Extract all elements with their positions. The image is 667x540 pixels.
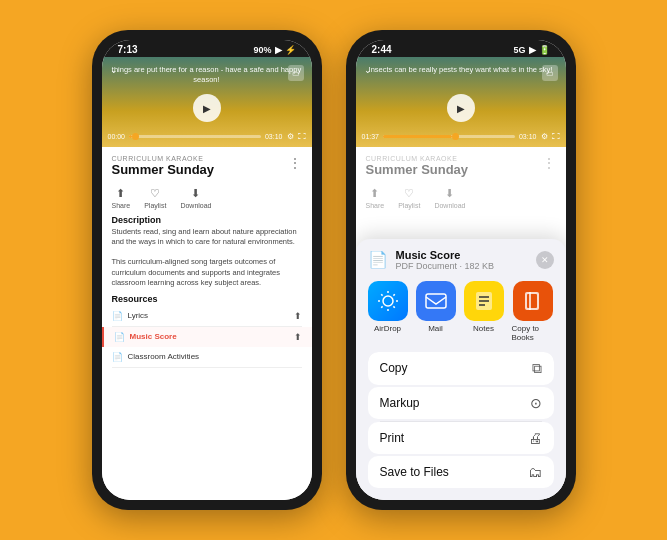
svg-rect-4 (527, 294, 537, 308)
description-text: Students read, sing and learn about natu… (112, 227, 302, 288)
share-label-right: Share (366, 202, 385, 209)
share-app-airdrop[interactable]: AirDrop (368, 281, 408, 342)
notes-label: Notes (473, 324, 494, 333)
ctrl-icons-left: ⚙ ⛶ (287, 132, 306, 141)
markup-action[interactable]: Markup ⊙ (368, 387, 554, 419)
share-app-books[interactable]: Copy to Books (512, 281, 554, 342)
books-icon (513, 281, 553, 321)
download-action-right[interactable]: ⬇ Download (434, 187, 465, 209)
print-label: Print (380, 431, 405, 445)
playlist-action-left[interactable]: ♡ Playlist (144, 187, 166, 209)
share-actions-group: Copy ⧉ Markup ⊙ Print 🖨 Save to Files 🗂 (368, 352, 554, 491)
share-sheet-header: 📄 Music Score PDF Document · 182 KB ✕ (368, 249, 554, 271)
playlist-label-right: Playlist (398, 202, 420, 209)
share-app-mail[interactable]: Mail (416, 281, 456, 342)
time-elapsed-left: 00:00 (108, 133, 126, 140)
content-area-left: CURRICULUM KARAOKE Summer Sunday ⋮ ⬆ Sha… (102, 147, 312, 500)
airdrop-label: AirDrop (374, 324, 401, 333)
share-action-right[interactable]: ⬆ Share (366, 187, 385, 209)
song-title-right: Summer Sunday (366, 162, 469, 177)
action-row-right: ⬆ Share ♡ Playlist ⬇ Download (366, 187, 556, 209)
status-bar-left: 7:13 90% ▶ ⚡ (102, 40, 312, 57)
video-area-left: ⌄ things are put there for a reason - ha… (102, 57, 312, 147)
progress-bar-left[interactable] (129, 135, 261, 138)
share-icon-left: ⬆ (116, 187, 125, 200)
content-header-left: CURRICULUM KARAOKE Summer Sunday ⋮ (112, 155, 302, 183)
status-icons-right: 5G ▶ 🔋 (513, 45, 549, 55)
video-controls-left: 00:00 03:10 ⚙ ⛶ (108, 132, 306, 141)
lyrics-label: Lyrics (128, 311, 149, 320)
resources-section: Resources 📄 Lyrics ⬆ 📄 Music Score ⬆ (112, 294, 302, 368)
upload-icon-music-score[interactable]: ⬆ (294, 332, 302, 342)
content-header-right: CURRICULUM KARAOKE Summer Sunday ⋮ (366, 155, 556, 183)
left-phone: 7:13 90% ▶ ⚡ ⌄ things are put there for … (92, 30, 322, 510)
time-total-left: 03:10 (265, 133, 283, 140)
resource-music-score[interactable]: 📄 Music Score ⬆ (102, 327, 312, 347)
time-total-right: 03:10 (519, 133, 537, 140)
save-to-files-action[interactable]: Save to Files 🗂 (368, 456, 554, 488)
books-label: Copy to Books (512, 324, 554, 342)
share-file-size: PDF Document · 182 KB (396, 261, 495, 271)
upload-icon-lyrics[interactable]: ⬆ (294, 311, 302, 321)
share-apps-row: AirDrop Mail (368, 281, 554, 342)
markup-label: Markup (380, 396, 420, 410)
curriculum-label-right: CURRICULUM KARAOKE (366, 155, 469, 162)
share-action-left[interactable]: ⬆ Share (112, 187, 131, 209)
playlist-label-left: Playlist (144, 202, 166, 209)
cast-icon-left[interactable]: ▭ (288, 65, 304, 81)
download-label-right: Download (434, 202, 465, 209)
status-bar-right: 2:44 5G ▶ 🔋 (356, 40, 566, 57)
pdf-icon-classroom: 📄 (112, 352, 123, 362)
folder-icon: 🗂 (528, 464, 542, 480)
print-icon: 🖨 (528, 430, 542, 446)
copy-label: Copy (380, 361, 408, 375)
play-button-right[interactable]: ▶ (447, 94, 475, 122)
mail-label: Mail (428, 324, 443, 333)
classroom-label: Classroom Activities (128, 352, 200, 361)
ctrl-icons-right: ⚙ ⛶ (541, 132, 560, 141)
fullscreen-icon-left[interactable]: ⛶ (298, 132, 306, 141)
playlist-icon-right: ♡ (404, 187, 414, 200)
share-file-name: Music Score (396, 249, 495, 261)
cast-icon-right[interactable]: ▭ (542, 65, 558, 81)
share-app-notes[interactable]: Notes (464, 281, 504, 342)
playlist-action-right[interactable]: ♡ Playlist (398, 187, 420, 209)
download-label-left: Download (180, 202, 211, 209)
pdf-icon-music-score: 📄 (114, 332, 125, 342)
description-title: Description (112, 215, 302, 225)
video-overlay-text-right: Insects can be really pests they want wh… (364, 65, 558, 75)
right-phone: 2:44 5G ▶ 🔋 ⌄ Insects can be really pest… (346, 30, 576, 510)
curriculum-label-left: CURRICULUM KARAOKE (112, 155, 215, 162)
song-title-left: Summer Sunday (112, 162, 215, 177)
status-icons-left: 90% ▶ ⚡ (253, 45, 295, 55)
svg-rect-1 (426, 294, 446, 308)
copy-action[interactable]: Copy ⧉ (368, 352, 554, 385)
download-icon-right: ⬇ (445, 187, 454, 200)
progress-bar-right[interactable] (383, 135, 515, 138)
settings-icon-right[interactable]: ⚙ (541, 132, 548, 141)
time-right: 2:44 (372, 44, 392, 55)
share-file-info: 📄 Music Score PDF Document · 182 KB (368, 249, 495, 271)
airdrop-icon (368, 281, 408, 321)
print-action[interactable]: Print 🖨 (368, 422, 554, 454)
svg-point-0 (383, 296, 393, 306)
close-share-button[interactable]: ✕ (536, 251, 554, 269)
copy-icon: ⧉ (532, 360, 542, 377)
play-button-left[interactable]: ▶ (193, 94, 221, 122)
video-overlay-text-left: things are put there for a reason - have… (110, 65, 304, 85)
action-row-left: ⬆ Share ♡ Playlist ⬇ Download (112, 187, 302, 209)
download-icon-left: ⬇ (191, 187, 200, 200)
more-options-left[interactable]: ⋮ (288, 155, 302, 171)
download-action-left[interactable]: ⬇ Download (180, 187, 211, 209)
share-label-left: Share (112, 202, 131, 209)
playlist-icon-left: ♡ (150, 187, 160, 200)
music-score-label: Music Score (130, 332, 177, 341)
more-options-right[interactable]: ⋮ (542, 155, 556, 171)
resource-classroom[interactable]: 📄 Classroom Activities (112, 347, 302, 368)
resource-lyrics[interactable]: 📄 Lyrics ⬆ (112, 306, 302, 327)
fullscreen-icon-right[interactable]: ⛶ (552, 132, 560, 141)
share-pdf-icon: 📄 (368, 250, 388, 269)
pdf-icon-lyrics: 📄 (112, 311, 123, 321)
settings-icon-left[interactable]: ⚙ (287, 132, 294, 141)
mail-icon (416, 281, 456, 321)
